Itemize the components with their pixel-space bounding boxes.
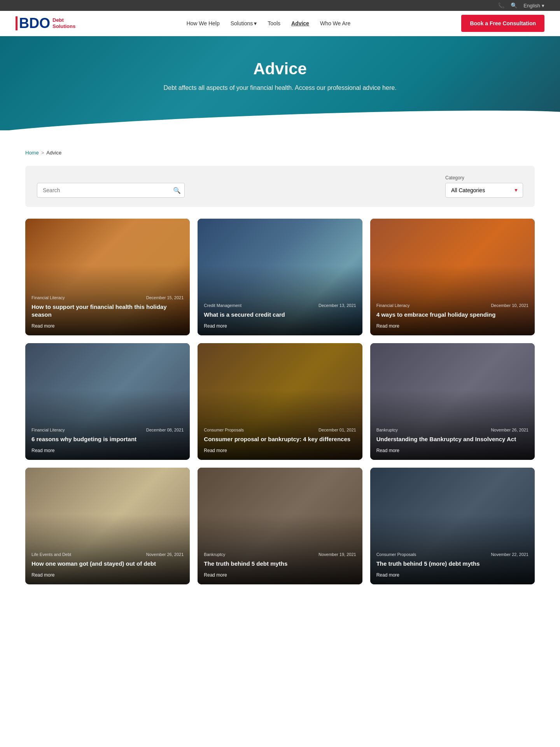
search-section: 🔍 Category All Categories Financial Lite… (0, 162, 560, 219)
article-category: Bankruptcy (376, 428, 398, 432)
article-title: How to support your financial health thi… (32, 303, 184, 318)
articles-grid: Financial Literacy December 15, 2021 How… (0, 219, 560, 608)
article-read-more[interactable]: Read more (32, 572, 54, 578)
article-meta: Consumer Proposals December 01, 2021 (204, 428, 356, 432)
article-date: November 22, 2021 (491, 552, 528, 557)
article-title: 4 ways to embrace frugal holiday spendin… (376, 311, 528, 319)
search-input[interactable] (37, 183, 185, 198)
article-title: Consumer proposal or bankruptcy: 4 key d… (204, 435, 356, 443)
logo-bdo: BDO (16, 16, 50, 30)
search-submit-button[interactable]: 🔍 (173, 187, 181, 194)
article-card[interactable]: Financial Literacy December 10, 2021 4 w… (370, 219, 535, 335)
language-arrow-icon: ▾ (542, 3, 544, 9)
nav-tools[interactable]: Tools (268, 20, 280, 26)
article-read-more[interactable]: Read more (32, 448, 54, 453)
article-content: Financial Literacy December 15, 2021 How… (25, 289, 190, 335)
article-category: Bankruptcy (204, 552, 225, 557)
article-content: Financial Literacy December 08, 2021 6 r… (25, 421, 190, 460)
language-selector[interactable]: English ▾ (523, 3, 544, 9)
logo-area[interactable]: BDO Debt Solutions (16, 16, 75, 30)
category-filter-wrap: Category All Categories Financial Litera… (445, 175, 523, 198)
article-title: What is a secured credit card (204, 311, 356, 319)
article-content: Consumer Proposals December 01, 2021 Con… (198, 421, 362, 460)
article-date: November 26, 2021 (491, 428, 528, 432)
article-meta: Bankruptcy November 26, 2021 (376, 428, 528, 432)
article-meta: Financial Literacy December 08, 2021 (32, 428, 184, 432)
article-category: Financial Literacy (376, 303, 410, 308)
article-card[interactable]: Life Events and Debt November 26, 2021 H… (25, 468, 190, 584)
article-content: Consumer Proposals November 22, 2021 The… (370, 546, 535, 585)
article-date: December 10, 2021 (491, 303, 528, 308)
category-select-wrap: All Categories Financial Literacy Credit… (445, 183, 523, 198)
hero-subtitle: Debt affects all aspects of your financi… (163, 84, 397, 91)
article-card[interactable]: Credit Management December 13, 2021 What… (198, 219, 362, 335)
language-label: English (523, 3, 540, 9)
article-date: December 01, 2021 (318, 428, 356, 432)
article-meta: Financial Literacy December 10, 2021 (376, 303, 528, 308)
article-card[interactable]: Bankruptcy November 19, 2021 The truth b… (198, 468, 362, 584)
nav-solutions[interactable]: Solutions ▾ (231, 20, 257, 26)
category-label: Category (445, 175, 523, 181)
breadcrumb-home[interactable]: Home (25, 150, 39, 156)
article-card[interactable]: Consumer Proposals December 01, 2021 Con… (198, 343, 362, 460)
article-date: November 19, 2021 (318, 552, 356, 557)
article-content: Financial Literacy December 10, 2021 4 w… (370, 297, 535, 336)
article-content: Bankruptcy November 19, 2021 The truth b… (198, 546, 362, 585)
main-nav: How We Help Solutions ▾ Tools Advice Who… (186, 20, 350, 26)
article-card[interactable]: Financial Literacy December 08, 2021 6 r… (25, 343, 190, 460)
article-read-more[interactable]: Read more (204, 448, 227, 453)
article-category: Financial Literacy (32, 295, 65, 300)
article-meta: Credit Management December 13, 2021 (204, 303, 356, 308)
article-title: Understanding the Bankruptcy and Insolve… (376, 435, 528, 443)
article-card[interactable]: Consumer Proposals November 22, 2021 The… (370, 468, 535, 584)
solutions-dropdown-icon: ▾ (254, 20, 257, 26)
article-category: Credit Management (204, 303, 242, 308)
article-title: How one woman got (and stayed) out of de… (32, 560, 184, 568)
hero-section: Advice Debt affects all aspects of your … (0, 36, 560, 130)
article-date: December 08, 2021 (146, 428, 184, 432)
article-meta: Life Events and Debt November 26, 2021 (32, 552, 184, 557)
article-read-more[interactable]: Read more (376, 572, 399, 578)
phone-icon[interactable]: 📞 (498, 2, 504, 9)
breadcrumb-current: Advice (46, 150, 61, 156)
article-title: 6 reasons why budgeting is important (32, 435, 184, 443)
breadcrumb: Home > Advice (0, 130, 560, 162)
article-title: The truth behind 5 debt myths (204, 560, 356, 568)
article-content: Bankruptcy November 26, 2021 Understandi… (370, 421, 535, 460)
category-select[interactable]: All Categories Financial Literacy Credit… (445, 183, 523, 198)
article-card[interactable]: Bankruptcy November 26, 2021 Understandi… (370, 343, 535, 460)
article-content: Life Events and Debt November 26, 2021 H… (25, 546, 190, 585)
article-date: December 15, 2021 (146, 295, 184, 300)
article-meta: Bankruptcy November 19, 2021 (204, 552, 356, 557)
top-bar: 📞 🔍 English ▾ (0, 0, 560, 11)
article-meta: Consumer Proposals November 22, 2021 (376, 552, 528, 557)
article-category: Consumer Proposals (204, 428, 244, 432)
article-meta: Financial Literacy December 15, 2021 (32, 295, 184, 300)
search-input-wrap: 🔍 (37, 183, 185, 198)
article-card[interactable]: Financial Literacy December 15, 2021 How… (25, 219, 190, 335)
nav-advice[interactable]: Advice (291, 20, 309, 26)
nav-who-we-are[interactable]: Who We Are (320, 20, 350, 26)
hero-title: Advice (16, 60, 544, 78)
search-container: 🔍 Category All Categories Financial Lite… (25, 166, 535, 207)
article-category: Consumer Proposals (376, 552, 416, 557)
article-read-more[interactable]: Read more (204, 323, 227, 329)
search-top-icon[interactable]: 🔍 (511, 2, 517, 9)
breadcrumb-separator: > (41, 150, 44, 156)
book-consultation-button[interactable]: Book a Free Consultation (461, 15, 544, 32)
article-date: December 13, 2021 (318, 303, 356, 308)
article-read-more[interactable]: Read more (204, 572, 227, 578)
nav-how-we-help[interactable]: How We Help (186, 20, 219, 26)
article-content: Credit Management December 13, 2021 What… (198, 297, 362, 336)
article-category: Life Events and Debt (32, 552, 71, 557)
article-read-more[interactable]: Read more (32, 323, 54, 329)
logo-sub: Debt Solutions (52, 17, 75, 29)
header: BDO Debt Solutions How We Help Solutions… (0, 11, 560, 36)
article-read-more[interactable]: Read more (376, 323, 399, 329)
article-read-more[interactable]: Read more (376, 448, 399, 453)
article-title: The truth behind 5 (more) debt myths (376, 560, 528, 568)
article-category: Financial Literacy (32, 428, 65, 432)
article-date: November 26, 2021 (146, 552, 184, 557)
